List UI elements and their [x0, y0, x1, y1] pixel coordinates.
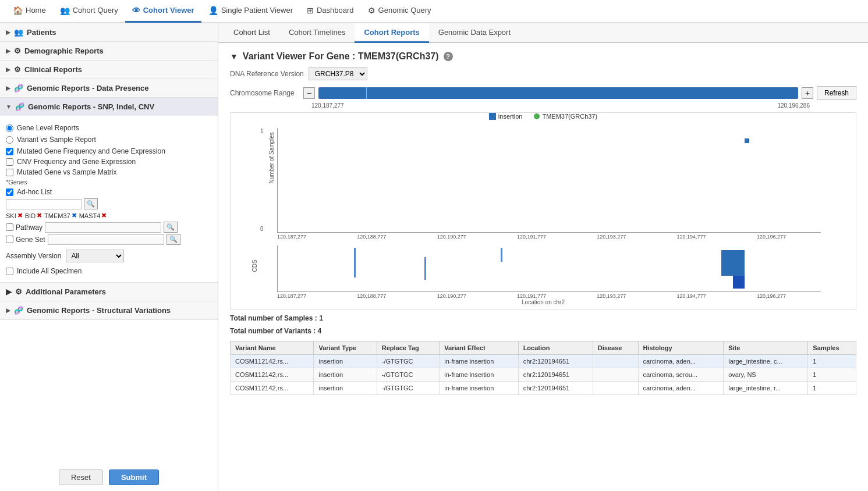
table-cell: COSM112142,rs... — [231, 382, 314, 395]
pathway-label: Pathway — [16, 223, 42, 232]
adhoc-text-input[interactable] — [6, 199, 82, 209]
table-cell: in-frame insertion — [440, 355, 518, 368]
tab-genomic-data-export[interactable]: Genomic Data Export — [429, 23, 520, 43]
chr-end-value: 120,196,286 — [777, 102, 810, 109]
triangle-icon: ▼ — [230, 52, 238, 61]
gene-tag-ski-remove[interactable]: ✖ — [17, 212, 23, 219]
y-axis-ticks: 1 0 — [260, 128, 264, 232]
pathway-text-input[interactable] — [45, 222, 161, 233]
chr-minus-button[interactable]: − — [303, 87, 315, 99]
sidebar-patients-header[interactable]: ▶ 👥 Patients — [0, 23, 218, 41]
gene-tag-mast4: MAST4 ✖ — [79, 212, 107, 219]
sidebar-genomic-snp-header[interactable]: ▼ 🧬 Genomic Reports - SNP, Indel, CNV — [0, 98, 218, 116]
table-cell: -/GTGTGC — [377, 382, 440, 395]
checkbox-adhoc-input[interactable] — [6, 188, 13, 196]
gene-tag-tmem37-remove[interactable]: ✖ — [72, 212, 77, 219]
nav-genomic-query[interactable]: ⚙ Genomic Query — [361, 0, 438, 23]
y-tick-0: 0 — [260, 226, 264, 232]
checkbox-mutated-gene-sample[interactable]: Mutated Gene vs Sample Matrix — [6, 168, 212, 176]
nav-dashboard[interactable]: ⊞ Dashboard — [300, 0, 361, 23]
checkbox-mutated-gene-input[interactable] — [6, 148, 13, 155]
assembly-select[interactable]: All GRCh37 GRCh38 — [66, 250, 124, 262]
gene-tag-bid-label: BID — [25, 212, 36, 219]
radio-gene-level-input[interactable] — [6, 124, 13, 132]
sidebar-genomic-snp-label: Genomic Reports - SNP, Indel, CNV — [28, 102, 154, 111]
sidebar-clinical-label: Clinical Reports — [24, 65, 82, 74]
cds-y-label: CDS — [251, 259, 258, 272]
x-label-2: 120,190,277 — [437, 234, 466, 240]
chr-range-row: Chromosome Range − + Refresh — [230, 86, 856, 100]
help-icon[interactable]: ? — [444, 52, 453, 61]
gene-tag-bid-remove[interactable]: ✖ — [37, 212, 42, 219]
gene-tag-mast4-remove[interactable]: ✖ — [101, 212, 107, 219]
radio-variant-sample-label: Variant vs Sample Report — [17, 136, 96, 144]
tab-cohort-list[interactable]: Cohort List — [224, 23, 279, 43]
sidebar-demographic-header[interactable]: ▶ ⚙ Demographic Reports — [0, 42, 218, 60]
table-cell: chr2:120194651 — [518, 355, 593, 368]
main-layout: ▶ 👥 Patients ▶ ⚙ Demographic Reports ▶ ⚙… — [0, 23, 868, 491]
radio-variant-sample-input[interactable] — [6, 136, 13, 144]
dna-ref-select[interactable]: GRCH37.P8 — [309, 67, 367, 80]
tab-cohort-timelines[interactable]: Cohort Timelines — [279, 23, 355, 43]
cds-x-label-3: 120,191,777 — [517, 293, 546, 299]
cds-x-label-0: 120,187,277 — [277, 293, 306, 299]
genomic-snp-icon: 🧬 — [15, 102, 24, 111]
table-row[interactable]: COSM112142,rs...insertion-/GTGTGCin-fram… — [231, 355, 856, 368]
single-patient-icon: 👤 — [208, 6, 218, 15]
cds-x-label-5: 120,194,777 — [677, 293, 706, 299]
nav-home[interactable]: 🏠 Home — [6, 0, 53, 23]
gene-tag-ski-label: SKI — [6, 212, 16, 219]
reset-button[interactable]: Reset — [59, 469, 103, 485]
chr-plus-button[interactable]: + — [802, 87, 813, 99]
sidebar-genomic-sv-label: Genomic Reports - Structural Variations — [27, 306, 171, 315]
col-location: Location — [518, 341, 593, 355]
nav-cohort-viewer[interactable]: 👁 Cohort Viewer — [125, 0, 201, 23]
table-cell: carcinoma, serou... — [638, 368, 724, 382]
sidebar-genomic-dp-header[interactable]: ▶ 🧬 Genomic Reports - Data Presence — [0, 79, 218, 97]
chr-marker — [366, 87, 367, 99]
checkbox-pathway-input[interactable] — [6, 223, 13, 231]
cds-bar-1 — [354, 248, 356, 277]
demographic-icon: ⚙ — [14, 47, 21, 55]
geneset-text-input[interactable] — [48, 234, 164, 245]
sidebar-additional-params[interactable]: ▶ ⚙ Additional Parameters — [0, 283, 218, 301]
table-row[interactable]: COSM112142,rs...insertion-/GTGTGCin-fram… — [231, 382, 856, 395]
checkbox-cnv-freq-input[interactable] — [6, 158, 13, 166]
checkbox-geneset-input[interactable] — [6, 236, 13, 243]
cds-exon-2 — [721, 263, 745, 276]
table-row[interactable]: COSM112142,rs...insertion-/GTGTGCin-fram… — [231, 368, 856, 382]
table-cell: ovary, NS — [724, 368, 808, 382]
refresh-button[interactable]: Refresh — [817, 86, 856, 100]
cds-x-label-1: 120,188,777 — [357, 293, 386, 299]
tab-genomic-data-export-label: Genomic Data Export — [438, 28, 511, 37]
assembly-label: Assembly Version — [6, 252, 61, 260]
checkbox-adhoc[interactable]: Ad-hoc List — [6, 188, 212, 196]
checkbox-cnv-freq[interactable]: CNV Frequency and Gene Expression — [6, 158, 212, 166]
chr-range-label: Chromosome Range — [230, 89, 300, 97]
checkbox-mutated-gene-sample-input[interactable] — [6, 169, 13, 176]
x-label-6: 120,196,277 — [757, 234, 786, 240]
variant-viewer-title: Variant Viewer For Gene : TMEM37(GRCh37) — [243, 51, 439, 62]
adhoc-search-button[interactable]: 🔍 — [84, 198, 98, 209]
tab-cohort-reports[interactable]: Cohort Reports — [355, 23, 428, 43]
radio-variant-sample[interactable]: Variant vs Sample Report — [6, 136, 212, 144]
checkbox-cnv-freq-label: CNV Frequency and Gene Expression — [17, 158, 136, 166]
checkbox-include-all[interactable]: Include All Specimen — [6, 267, 212, 275]
col-variant-type: Variant Type — [314, 341, 377, 355]
legend-tmem37-color — [534, 113, 540, 119]
checkbox-include-all-input[interactable] — [6, 268, 13, 275]
submit-button[interactable]: Submit — [109, 469, 159, 485]
content-tabs: Cohort List Cohort Timelines Cohort Repo… — [218, 23, 868, 43]
x-label-5: 120,194,777 — [677, 234, 706, 240]
radio-gene-level[interactable]: Gene Level Reports — [6, 124, 212, 132]
cds-x-label-6: 120,196,277 — [757, 293, 786, 299]
table-cell: insertion — [314, 382, 377, 395]
nav-single-patient[interactable]: 👤 Single Patient Viewer — [201, 0, 300, 23]
pathway-search-button[interactable]: 🔍 — [164, 222, 178, 233]
checkbox-mutated-gene[interactable]: Mutated Gene Frequency and Gene Expressi… — [6, 147, 212, 155]
sidebar-clinical-header[interactable]: ▶ ⚙ Clinical Reports — [0, 61, 218, 79]
geneset-search-button[interactable]: 🔍 — [166, 234, 180, 245]
sidebar-genomic-sv-header[interactable]: ▶ 🧬 Genomic Reports - Structural Variati… — [0, 301, 218, 319]
variant-viewer-title-row: ▼ Variant Viewer For Gene : TMEM37(GRCh3… — [230, 51, 856, 62]
nav-cohort-query[interactable]: 👥 Cohort Query — [53, 0, 125, 23]
